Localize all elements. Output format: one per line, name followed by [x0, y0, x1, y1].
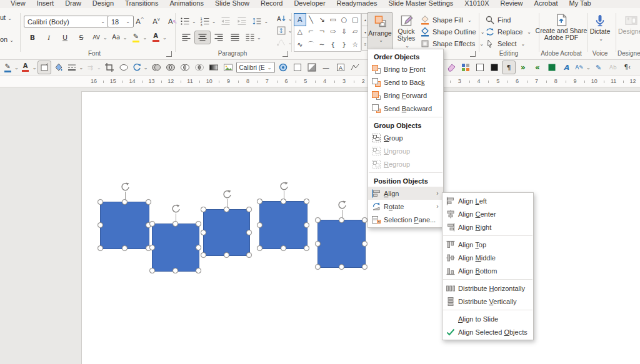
border-style-button[interactable]: ⌄ [67, 61, 83, 74]
resize-handle[interactable] [201, 207, 206, 212]
select-button[interactable]: Select ⌄ [485, 38, 525, 49]
resize-handle[interactable] [122, 245, 128, 251]
tab-animations[interactable]: Animations [164, 0, 209, 8]
insert-picture-button[interactable] [222, 61, 234, 74]
tab-record[interactable]: Record [255, 0, 288, 8]
slide-shape-square[interactable] [318, 220, 366, 268]
resize-handle[interactable] [362, 241, 368, 247]
menu-item-align-right[interactable]: Align Right [442, 220, 533, 234]
oval-shape[interactable]: ○ [339, 14, 350, 26]
left-brace-shape[interactable]: { [328, 38, 339, 51]
resize-handle[interactable] [201, 230, 206, 235]
green-square-button[interactable] [546, 61, 558, 74]
rotate-handle[interactable] [222, 190, 232, 200]
menu-item-group[interactable]: Group [368, 131, 443, 144]
menu-item-align-middle[interactable]: Align Middle [442, 251, 533, 264]
menu-item-rotate[interactable]: Rotate› [368, 200, 443, 213]
shape-format-button[interactable] [38, 61, 51, 74]
rotate-handle[interactable] [279, 182, 289, 192]
resize-handle[interactable] [98, 199, 103, 205]
font-dialog-launcher[interactable] [166, 51, 172, 57]
tab-developer[interactable]: Developer [288, 0, 331, 8]
rotate-handle[interactable] [337, 200, 347, 210]
justify-button[interactable] [228, 31, 242, 44]
resize-handle[interactable] [257, 199, 262, 204]
clear-formatting-button[interactable]: A✎ [165, 15, 180, 27]
bold-button[interactable]: B [25, 31, 40, 44]
text-highlight-button[interactable]: ✎⌄ [129, 31, 148, 44]
resize-handle[interactable] [149, 268, 155, 273]
resize-handle[interactable] [304, 199, 309, 204]
triangle-shape[interactable]: △ [294, 26, 306, 37]
resize-handle[interactable] [246, 207, 252, 212]
pen-a-button[interactable]: A✎⌄ [574, 61, 591, 74]
ink-color-button[interactable]: ✎⌄ [2, 61, 19, 74]
text-box-button[interactable]: A [334, 61, 347, 74]
menu-item-align-left[interactable]: Align Left [442, 194, 533, 207]
pilcrow-left-button[interactable]: ¶‹ [621, 61, 634, 74]
dictate-button[interactable]: Dictate ⌄ [586, 12, 614, 42]
menu-item-align[interactable]: Align› [368, 187, 443, 200]
tab-view[interactable]: View [5, 0, 31, 8]
rectangle-shape[interactable]: ▭ [328, 14, 339, 26]
change-case-button[interactable]: Aa⌄ [110, 31, 129, 44]
slide-shape-square[interactable] [259, 201, 308, 249]
white-square-button[interactable] [474, 61, 486, 74]
style-fill-button[interactable] [52, 61, 65, 74]
tab-transitions[interactable]: Transitions [119, 0, 164, 8]
paragraph-dialog-launcher[interactable] [282, 51, 288, 57]
menu-item-bring-forward[interactable]: Bring Forward [368, 89, 443, 102]
resize-handle[interactable] [315, 264, 321, 270]
resize-handle[interactable] [98, 245, 103, 251]
align-right-button[interactable] [211, 31, 226, 44]
right-brace-shape[interactable]: } [339, 38, 350, 51]
font-size-select[interactable]: 18⌄ [108, 16, 134, 27]
back-arrows-button[interactable]: « [531, 61, 544, 74]
layout-button-partial[interactable]: ut⌄ [0, 14, 19, 21]
columns-button[interactable]: ⌄ [244, 31, 262, 44]
resize-handle[interactable] [98, 222, 103, 228]
arc-shape[interactable]: ⌒ [306, 38, 317, 51]
tab-draw[interactable]: Draw [59, 0, 87, 8]
slide-layout-button[interactable] [459, 61, 472, 74]
menu-item-send-to-back[interactable]: Send to Back [368, 76, 443, 89]
tab-slide-show[interactable]: Slide Show [209, 0, 255, 8]
pen-button[interactable]: ✎ [592, 61, 605, 74]
menu-item-selection-pane[interactable]: Selection Pane... [368, 213, 443, 226]
resize-handle[interactable] [149, 221, 155, 227]
find-button[interactable]: Find [485, 14, 511, 26]
glow-button[interactable] [277, 61, 289, 74]
dash-button[interactable]: — [320, 61, 332, 74]
shape-outline-button[interactable]: Shape Outline ⌄ [420, 26, 484, 37]
line-spacing-button[interactable]: ⌄ [251, 15, 269, 27]
down-arrow-shape[interactable]: ⇩ [339, 26, 350, 37]
grow-font-button[interactable]: A^ [132, 15, 148, 27]
resize-handle[interactable] [149, 245, 155, 250]
tab-slide-master-settings[interactable]: Slide Master Settings [382, 0, 459, 8]
create-pdf-button[interactable]: Create and Share Adobe PDF [535, 11, 588, 41]
font-color-button[interactable]: A⌄ [21, 61, 37, 74]
merge-intersect-button[interactable] [193, 61, 206, 74]
resize-handle[interactable] [172, 268, 178, 273]
section-button-partial[interactable]: on⌄ [0, 36, 19, 43]
elbow-arrow-connector-shape[interactable]: ¬ [316, 26, 328, 37]
resize-handle[interactable] [362, 217, 368, 223]
crop-button[interactable] [103, 61, 116, 74]
shape-effects-button[interactable]: Shape Effects ⌄ [420, 38, 484, 49]
parallelogram-shape[interactable]: ▱ [349, 26, 361, 37]
tab-review[interactable]: Review [494, 0, 528, 8]
menu-item-distribute-horizontally[interactable]: Distribute Horizontally [442, 282, 533, 295]
text-cursor-button[interactable]: A [560, 61, 572, 74]
slide-canvas[interactable] [0, 87, 640, 364]
resize-handle[interactable] [315, 217, 321, 223]
resize-handle[interactable] [196, 245, 201, 250]
resize-handle[interactable] [146, 199, 151, 205]
menu-item-align-center[interactable]: Align Center [442, 207, 533, 220]
menu-item-send-backward[interactable]: Send Backward [368, 102, 443, 115]
numbering-button[interactable]: 123⌄ [199, 15, 218, 27]
arrange-button[interactable]: Arrange ⌄ [368, 12, 392, 53]
resize-handle[interactable] [257, 222, 262, 228]
resize-handle[interactable] [315, 241, 321, 247]
merge-fragment-button[interactable] [179, 61, 191, 74]
resize-handle[interactable] [224, 252, 229, 258]
